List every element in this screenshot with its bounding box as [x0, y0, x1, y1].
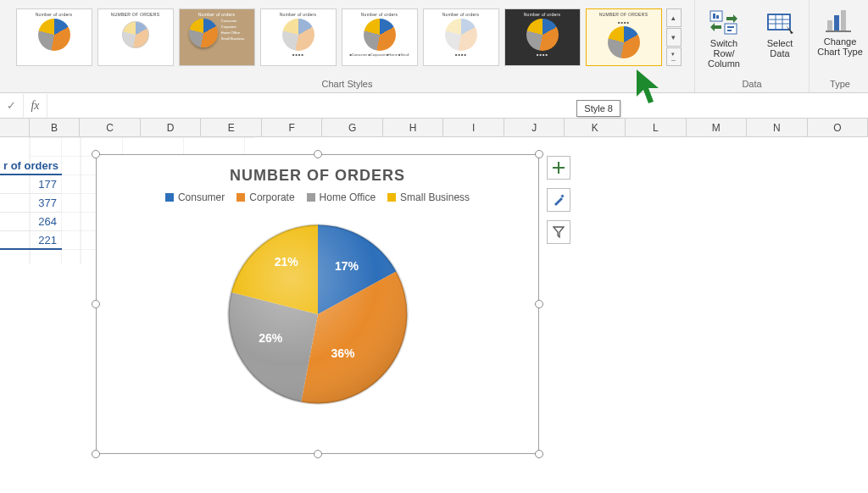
- gallery-scroll-more[interactable]: ▾─: [666, 47, 682, 66]
- pie-chart[interactable]: 17% 36% 26% 21%: [220, 217, 415, 412]
- col-head-C[interactable]: C: [80, 119, 141, 137]
- legend-item-corporate: Corporate: [236, 191, 294, 203]
- swatch-icon: [165, 193, 174, 202]
- style-tooltip: Style 8: [576, 100, 620, 117]
- swatch-icon: [236, 193, 245, 202]
- orders-data-column: r of orders 177 377 264 221: [0, 158, 62, 250]
- orders-value-3[interactable]: 264: [0, 213, 62, 231]
- pie-icon: [38, 19, 70, 51]
- pie-icon: [526, 19, 559, 51]
- pie-icon: [445, 19, 477, 51]
- legend-item-consumer: Consumer: [165, 191, 225, 203]
- pie-icon: [364, 19, 396, 51]
- resize-handle-br[interactable]: [535, 450, 543, 458]
- col-head-N[interactable]: N: [747, 119, 808, 137]
- resize-handle-tm[interactable]: [314, 150, 322, 158]
- col-head-M[interactable]: M: [687, 119, 748, 137]
- chart-styles-label: Chart Styles: [322, 77, 373, 91]
- resize-handle-ml[interactable]: [92, 300, 100, 308]
- pie-icon: [608, 26, 640, 58]
- change-chart-type-button[interactable]: Change Chart Type: [815, 3, 865, 58]
- resize-handle-bm[interactable]: [314, 450, 322, 458]
- worksheet-grid: B C D E F G H I J K L M N O r of orders: [0, 119, 868, 493]
- chart-style-5[interactable]: Number of orders ■Consumer ■Corporate ■H…: [342, 8, 418, 66]
- formula-confirm-icon[interactable]: ✓: [0, 94, 24, 118]
- pie-icon: [189, 19, 218, 47]
- switch-row-column-button[interactable]: Switch Row/ Column: [700, 8, 748, 70]
- chart-title[interactable]: NUMBER OF ORDERS: [97, 167, 538, 185]
- col-head-K[interactable]: K: [565, 119, 626, 137]
- chart-style-3[interactable]: Number of orders ConsumerCorporateHome O…: [179, 8, 255, 66]
- select-data-button[interactable]: Select Data: [756, 8, 804, 70]
- col-head-G[interactable]: G: [322, 119, 383, 137]
- formula-input[interactable]: [47, 93, 868, 118]
- svg-rect-13: [834, 15, 839, 30]
- chart-styles-group: Number of orders NUMBER OF ORDERS Number…: [0, 0, 695, 92]
- ribbon: Number of orders NUMBER OF ORDERS Number…: [0, 0, 868, 93]
- col-head-blank[interactable]: [0, 119, 30, 137]
- select-data-icon: [765, 10, 794, 36]
- chart-element-buttons: [547, 156, 570, 244]
- plus-icon: [552, 161, 565, 174]
- chart-style-2[interactable]: NUMBER OF ORDERS: [97, 8, 174, 66]
- svg-rect-5: [727, 30, 732, 31]
- data-group-label: Data: [742, 77, 761, 91]
- chart-styles-button[interactable]: [547, 188, 570, 212]
- pie-label-home-office: 26%: [259, 331, 282, 345]
- embedded-chart[interactable]: NUMBER OF ORDERS Consumer Corporate Home…: [96, 154, 539, 454]
- brush-icon: [552, 193, 565, 207]
- svg-rect-21: [560, 194, 564, 197]
- col-head-B[interactable]: B: [30, 119, 81, 137]
- chart-type-icon: [826, 8, 854, 34]
- col-head-D[interactable]: D: [141, 119, 202, 137]
- orders-value-4[interactable]: 221: [0, 231, 62, 250]
- chart-style-7[interactable]: Number of orders ■ ■ ■ ■: [504, 8, 581, 66]
- col-head-H[interactable]: H: [383, 119, 444, 137]
- column-headers: B C D E F G H I J K L M N O: [0, 119, 868, 137]
- chart-style-4[interactable]: Number of orders ■ ■ ■ ■: [260, 8, 337, 66]
- legend-item-home-office: Home Office: [307, 191, 376, 203]
- annotation-cursor-arrow: [632, 68, 665, 112]
- svg-rect-14: [841, 10, 846, 30]
- orders-value-1[interactable]: 177: [0, 175, 62, 194]
- svg-rect-12: [827, 20, 832, 30]
- chart-elements-button[interactable]: [547, 156, 570, 180]
- type-group: Change Chart Type Type: [810, 0, 868, 92]
- chart-style-6[interactable]: Number of orders ■ ■ ■ ■: [423, 8, 499, 66]
- col-head-E[interactable]: E: [201, 119, 262, 137]
- orders-value-2[interactable]: 377: [0, 194, 62, 213]
- col-head-F[interactable]: F: [262, 119, 323, 137]
- svg-rect-1: [713, 14, 715, 19]
- chart-style-8[interactable]: NUMBER OF ORDERS ■ ■ ■ ■: [586, 8, 662, 66]
- resize-handle-bl[interactable]: [92, 450, 100, 458]
- chart-filters-button[interactable]: [547, 220, 570, 244]
- svg-rect-7: [769, 15, 789, 29]
- resize-handle-tr[interactable]: [535, 150, 543, 158]
- legend-item-small-business: Small Business: [387, 191, 470, 203]
- data-group: Switch Row/ Column Select Data Data: [695, 0, 810, 92]
- type-group-label: Type: [830, 77, 850, 91]
- resize-handle-tl[interactable]: [92, 150, 100, 158]
- pie-label-small-business: 21%: [275, 255, 298, 269]
- gallery-scroll-down[interactable]: ▾: [666, 28, 682, 47]
- chart-legend[interactable]: Consumer Corporate Home Office Small Bus…: [97, 191, 538, 203]
- swatch-icon: [307, 193, 315, 202]
- col-head-I[interactable]: I: [443, 119, 504, 137]
- fx-button[interactable]: fx: [24, 94, 47, 118]
- resize-handle-mr[interactable]: [535, 300, 543, 308]
- gallery-scroll-up[interactable]: ▴: [666, 8, 682, 27]
- orders-header[interactable]: r of orders: [0, 158, 62, 175]
- chart-styles-gallery: Number of orders NUMBER OF ORDERS Number…: [14, 3, 682, 67]
- chart-style-1[interactable]: Number of orders: [16, 8, 92, 66]
- pie-icon: [282, 19, 314, 51]
- pie-label-corporate: 36%: [331, 346, 354, 360]
- svg-rect-3: [725, 24, 737, 34]
- pie-icon: [120, 19, 152, 51]
- svg-rect-4: [727, 26, 734, 28]
- pie-label-consumer: 17%: [335, 259, 359, 273]
- switch-icon: [709, 10, 738, 36]
- col-head-O[interactable]: O: [808, 119, 868, 137]
- formula-bar: ✓ fx: [0, 93, 868, 119]
- col-head-L[interactable]: L: [626, 119, 687, 137]
- col-head-J[interactable]: J: [504, 119, 565, 137]
